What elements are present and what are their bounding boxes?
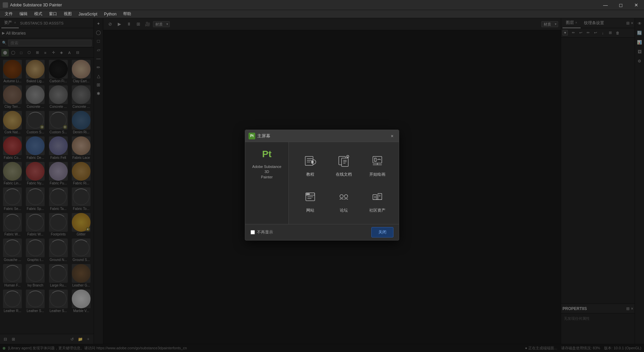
website-label: 网站	[306, 208, 314, 213]
svg-rect-12	[373, 194, 377, 200]
svg-rect-14	[375, 196, 376, 198]
close-button[interactable]: ✕	[629, 0, 644, 10]
community-label: 社区资产	[369, 208, 385, 213]
app-icon	[3, 2, 8, 8]
menu-python[interactable]: Python	[101, 10, 120, 18]
modal-right-panel: 教程	[289, 142, 399, 224]
svg-point-8	[307, 193, 308, 194]
modal-pt-badge: Pt	[249, 133, 255, 139]
modal-app-name: Adobe Substance 3D Painter	[251, 164, 283, 180]
docs-icon	[336, 153, 352, 169]
no-show-checkbox[interactable]	[251, 230, 255, 234]
menu-window[interactable]: 窗口	[46, 10, 60, 18]
modal-titlebar: Pt 主屏幕 ×	[245, 130, 399, 142]
forum-svg	[337, 190, 351, 204]
community-icon	[369, 189, 385, 205]
minimize-button[interactable]: —	[598, 0, 613, 10]
paint-svg	[371, 154, 384, 168]
community-svg	[371, 190, 384, 204]
tutorial-svg	[304, 154, 317, 168]
modal-items-row1: 教程	[296, 149, 392, 181]
modal-dialog: Pt 主屏幕 × Pt Adobe Substance 3D Painter	[245, 130, 399, 240]
modal-item-docs[interactable]: 在线文档	[329, 149, 359, 181]
tutorial-icon	[302, 153, 318, 169]
modal-item-tutorial[interactable]: 教程	[296, 149, 325, 181]
website-icon	[302, 189, 318, 205]
svg-point-11	[344, 194, 348, 198]
paint-label: 开始绘画	[369, 172, 385, 177]
restore-button[interactable]: ◻	[613, 0, 629, 10]
modal-body: Pt Adobe Substance 3D Painter	[245, 142, 399, 224]
modal-overlay: Pt 主屏幕 × Pt Adobe Substance 3D Painter	[0, 18, 644, 352]
modal-item-community[interactable]: 社区资产	[363, 185, 392, 217]
no-show-checkbox-label[interactable]: 不再显示	[251, 229, 273, 235]
svg-rect-3	[341, 158, 348, 167]
menu-javascript[interactable]: JavaScript	[75, 10, 101, 18]
menu-mode[interactable]: 模式	[31, 10, 46, 18]
tutorial-label: 教程	[306, 172, 314, 177]
modal-item-paint[interactable]: 开始绘画	[363, 149, 392, 181]
svg-rect-15	[379, 195, 380, 196]
modal-footer: 不再显示 关闭	[245, 224, 399, 240]
modal-close-icon[interactable]: ×	[389, 133, 395, 139]
modal-item-website[interactable]: 网站	[296, 185, 325, 217]
menu-help[interactable]: 帮助	[120, 10, 135, 18]
forum-icon	[336, 189, 352, 205]
website-svg	[304, 190, 317, 204]
forum-label: 论坛	[340, 208, 348, 213]
modal-left-panel: Pt Adobe Substance 3D Painter	[245, 142, 289, 224]
paint-icon	[369, 153, 385, 169]
menu-bar: 文件 编辑 模式 窗口 视图 JavaScript Python 帮助	[0, 10, 644, 18]
menu-edit[interactable]: 编辑	[16, 10, 31, 18]
modal-pt-logo: Pt	[262, 149, 272, 160]
docs-label: 在线文档	[336, 172, 352, 177]
modal-title: 主屏幕	[257, 133, 270, 139]
modal-close-button[interactable]: 关闭	[371, 227, 393, 237]
svg-point-9	[308, 193, 309, 194]
docs-svg	[337, 154, 351, 168]
modal-item-forum[interactable]: 论坛	[329, 185, 359, 217]
svg-rect-13	[378, 193, 382, 200]
title-bar: Adobe Substance 3D Painter — ◻ ✕	[0, 0, 644, 10]
menu-view[interactable]: 视图	[60, 10, 75, 18]
svg-point-10	[340, 194, 343, 198]
window-controls: — ◻ ✕	[598, 0, 644, 10]
menu-file[interactable]: 文件	[1, 10, 16, 18]
modal-items-row2: 网站 论坛	[296, 185, 392, 217]
window-title: Adobe Substance 3D Painter	[10, 3, 62, 7]
